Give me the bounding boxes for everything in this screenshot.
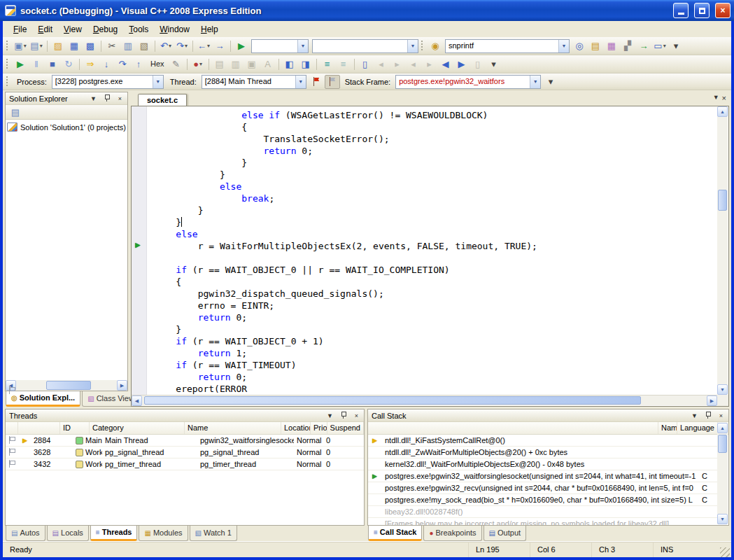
threads-header[interactable]: Threads ▼ × [6,410,364,422]
tab-call-stack[interactable]: ≡ Call Stack [368,526,422,541]
toolbar-options-icon[interactable]: ▾ [486,57,502,71]
combo-dropdown-icon[interactable]: ▼ [530,76,540,88]
call-stack-vscrollbar[interactable]: ▲ ▼ [717,423,728,524]
undo-icon[interactable]: ↶ [158,39,174,53]
toolbar-grip[interactable] [421,41,424,52]
paste-icon[interactable]: ▧ [136,39,152,53]
menu-item[interactable]: Debug [88,22,122,36]
show-threads-flagged-button[interactable] [309,75,324,89]
code-line[interactable]: if (r == WAIT_OBJECT_0 || r == WAIT_IO_C… [154,264,717,276]
step-out-icon[interactable]: ↑ [131,57,146,71]
scroll-down-icon[interactable]: ▼ [717,514,728,524]
external-tools-icon[interactable]: ▞ [620,39,635,53]
stack-frame-row[interactable]: libeay32.dll!0028748f() [368,506,718,518]
code-area[interactable]: else if (WSAGetLastError() != WSAEWOULDB… [147,106,717,395]
properties-icon[interactable]: ▤ [8,105,23,119]
tab-locals[interactable]: ▤ Locals [47,526,89,541]
column-header[interactable]: Name [185,422,281,434]
toolbar-options-icon[interactable]: ▾ [543,75,558,89]
copy-icon[interactable]: ▥ [120,39,136,53]
import-export-settings-icon[interactable]: → [636,39,651,53]
scroll-thumb[interactable] [144,396,641,405]
previous-bookmark-folder-icon[interactable]: ◂ [374,57,389,71]
add-new-item-icon[interactable]: ▤ [29,39,44,53]
stack-frame-row[interactable]: ntdll.dll!_ZwWaitForMultipleObjects@20()… [368,447,718,458]
save-all-icon[interactable]: ▩ [83,39,98,53]
thread-row[interactable]: ► 2884 Main Thread Main Thread pgwin32_w… [6,435,364,447]
code-line[interactable]: } [154,216,717,228]
scroll-right-icon[interactable]: ▶ [117,380,127,391]
menu-item[interactable]: File [8,22,31,36]
next-bookmark-folder-icon[interactable]: ▸ [390,57,405,71]
code-line[interactable]: } [154,323,717,335]
column-header[interactable]: Priority [311,422,327,434]
comment-selection-icon[interactable]: ≡ [320,57,335,71]
scroll-left-icon[interactable]: ◀ [132,396,142,406]
step-over-icon[interactable]: ↷ [115,57,130,71]
thread-row[interactable]: 3432 Worker Thread pg_timer_thread pg_ti… [6,458,364,470]
code-line[interactable]: if (r == WAIT_TIMEOUT) [154,359,717,371]
code-line[interactable]: } [154,204,717,216]
solution-explorer-hscrollbar[interactable]: ◀ ▶ [6,380,127,391]
cut-icon[interactable]: ✂ [104,39,120,53]
window-position-icon[interactable]: ▼ [325,411,335,421]
close-document-icon[interactable]: × [722,94,726,102]
call-stack-header[interactable]: Call Stack ▼ × [368,410,728,422]
stack-frame-row[interactable]: postgres.exe!my_sock_read(bio_st * h=0x0… [368,494,718,506]
column-header[interactable]: Name [658,422,677,434]
redo-icon[interactable]: ↷ [174,39,190,53]
scroll-thumb[interactable] [718,190,727,211]
find-symbol-icon[interactable]: ◉ [428,39,443,53]
clear-bookmarks-icon[interactable]: ▯ [470,57,486,71]
maximize-button[interactable] [694,3,710,18]
continue-icon[interactable]: ▶ [13,57,28,71]
break-all-icon[interactable]: ‖ [29,57,44,71]
hex-toggle[interactable]: Hex [147,57,168,71]
menu-item[interactable]: Help [196,22,223,36]
show-next-statement-icon[interactable]: ⇒ [83,57,98,71]
menu-item[interactable]: Tools [124,22,153,36]
display-member-list-icon[interactable]: ▤ [212,57,227,71]
code-line[interactable]: break; [154,192,717,204]
other-windows-icon[interactable]: ▦ [604,39,619,53]
toolbar-grip[interactable] [6,41,9,52]
auto-hide-pin-icon[interactable] [703,411,713,421]
close-panel-icon[interactable]: × [351,411,362,421]
minimize-button[interactable] [673,3,689,18]
toggle-bookmark-icon[interactable]: ▯ [358,57,373,71]
editor-vscrollbar[interactable]: ▲ ▼ [717,106,728,395]
thread-row[interactable]: 3628 Worker Thread pg_signal_thread pg_s… [6,447,364,458]
save-icon[interactable]: ▦ [66,39,82,53]
code-line[interactable]: return 0; [154,312,717,323]
column-header[interactable]: Language [677,422,718,434]
document-tab-socket-c[interactable]: socket.c [138,94,187,106]
column-header[interactable] [18,422,60,434]
code-line[interactable]: } [154,157,717,169]
stack-frame-combo[interactable]: postgres.exe!pgwin32_waitfors ▼ [395,75,541,89]
solution-explorer-header[interactable]: Solution Explorer ▼ × [6,92,127,105]
close-button[interactable]: × [715,3,731,18]
decrease-indent-icon[interactable]: ◧ [282,57,297,71]
code-line[interactable] [154,252,717,264]
start-debugging-icon[interactable]: ▶ [234,39,249,53]
combo-dropdown-icon[interactable]: ▼ [153,76,163,88]
previous-bookmark-icon[interactable]: ◂ [406,57,421,71]
scroll-down-icon[interactable]: ▼ [717,384,728,395]
combo-dropdown-icon[interactable]: ▼ [558,40,569,52]
thread-flag-icon[interactable] [8,448,15,456]
new-project-icon[interactable]: ▣ [13,39,28,53]
close-panel-icon[interactable]: × [716,411,726,421]
next-bookmark-icon[interactable]: ▸ [422,57,437,71]
scroll-right-icon[interactable]: ▶ [707,396,717,406]
tab-watch-1[interactable]: ▧ Watch 1 [190,526,237,541]
combo-dropdown-icon[interactable]: ▼ [295,76,306,88]
properties-window-icon[interactable]: ▤ [588,39,603,53]
column-header[interactable]: ID [60,422,90,434]
uncomment-selection-icon[interactable]: ≡ [336,57,351,71]
combo-dropdown-icon[interactable]: ▼ [297,40,308,52]
code-line[interactable]: return 0; [154,145,717,157]
code-line[interactable]: return 1; [154,347,717,359]
scroll-thumb[interactable] [718,435,727,453]
code-line[interactable]: r = WaitForMultipleObjectsEx(2, events, … [154,240,717,252]
solution-platforms-combo[interactable]: ▼ [312,39,418,53]
